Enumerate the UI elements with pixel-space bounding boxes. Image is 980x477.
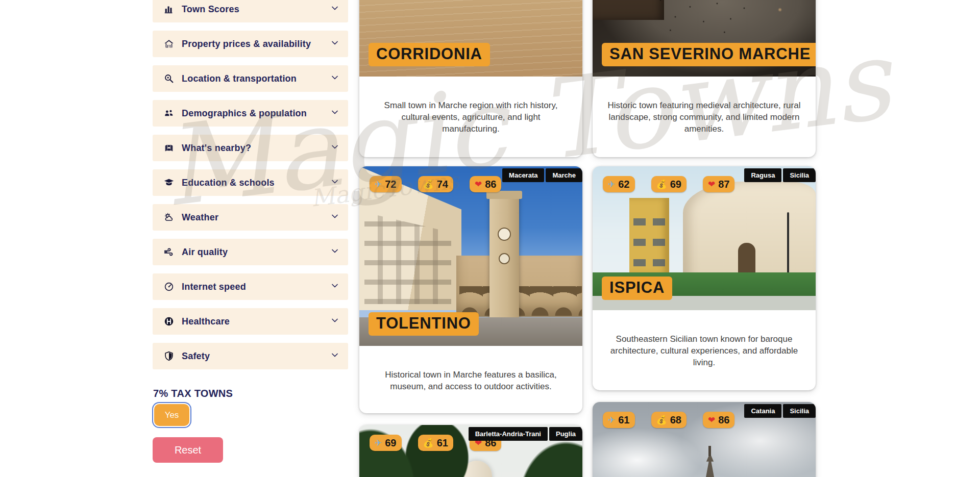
filter-whats-nearby[interactable]: What's nearby? <box>153 135 348 161</box>
province-tag[interactable]: Barletta-Andria-Trani <box>469 427 548 441</box>
chevron-down-icon <box>331 212 339 222</box>
town-card-corridonia[interactable]: CORRIDONIA Small town in Marche region w… <box>359 0 582 157</box>
love-score-badge: ❤ 87 <box>703 176 735 192</box>
image-decor <box>633 205 665 266</box>
province-tag[interactable]: Ragusa <box>744 168 781 182</box>
chevron-down-icon <box>331 316 339 327</box>
filter-label: Healthcare <box>182 316 331 327</box>
town-photo-ispica: ✈ 62 💰 69 ❤ 87 Ragusa Sicilia ISPICA <box>593 166 816 310</box>
filter-label: Internet speed <box>182 282 331 292</box>
flight-score-value: 72 <box>385 179 396 190</box>
chevron-down-icon <box>331 73 339 84</box>
budget-score-value: 68 <box>670 414 681 426</box>
love-score-value: 87 <box>718 179 729 190</box>
region-tag[interactable]: Marche <box>546 168 582 182</box>
speedometer-icon <box>163 281 175 293</box>
location-tags: Macerata Marche <box>502 168 582 182</box>
love-score-value: 86 <box>485 179 496 190</box>
filter-air-quality[interactable]: Air quality <box>153 239 348 265</box>
town-description: Historic town featuring medieval archite… <box>593 77 816 135</box>
money-bag-icon: 💰 <box>656 179 667 190</box>
image-decor <box>708 446 711 456</box>
filter-demographics[interactable]: Demographics & population <box>153 100 348 127</box>
filter-healthcare[interactable]: Healthcare <box>153 308 348 335</box>
filter-label: Air quality <box>182 247 331 258</box>
chevron-down-icon <box>331 108 339 118</box>
airplane-icon: ✈ <box>608 415 615 425</box>
heart-icon: ❤ <box>475 179 482 190</box>
love-score-badge: ❤ 86 <box>703 412 735 428</box>
town-name-plate: CORRIDONIA <box>369 43 490 66</box>
image-decor <box>359 425 477 477</box>
town-card-catania[interactable]: ✈ 61 💰 68 ❤ 86 Catania Sicilia <box>593 402 816 477</box>
region-tag[interactable]: Sicilia <box>783 404 816 418</box>
flight-score-badge: ✈ 69 <box>370 435 402 451</box>
heart-icon: ❤ <box>708 179 715 190</box>
filter-label: Weather <box>182 212 331 223</box>
filter-label: Education & schools <box>182 178 331 188</box>
town-description: Historical town in Marche features a bas… <box>359 346 582 392</box>
budget-score-value: 74 <box>437 179 448 190</box>
image-decor <box>459 286 582 316</box>
location-tags: Catania Sicilia <box>744 404 816 418</box>
town-card-barletta[interactable]: ✈ 69 💰 61 ❤ 86 Barletta-Andria-Trani Pug… <box>359 425 582 477</box>
tax-towns-heading: 7% TAX TOWNS <box>153 388 233 399</box>
magnifier-icon <box>163 73 175 85</box>
town-card-san-severino-marche[interactable]: SAN SEVERINO MARCHE Historic town featur… <box>593 0 816 157</box>
love-score-value: 86 <box>718 414 729 426</box>
filter-label: Location & transportation <box>182 73 331 84</box>
filter-property-prices[interactable]: Property prices & availability <box>153 31 348 57</box>
reset-filters-button[interactable]: Reset <box>153 437 223 463</box>
region-tag[interactable]: Puglia <box>549 427 582 441</box>
filter-label: Town Scores <box>182 4 331 15</box>
filter-location-transportation[interactable]: Location & transportation <box>153 65 348 92</box>
chevron-down-icon <box>331 143 339 153</box>
flight-score-badge: ✈ 62 <box>603 176 635 192</box>
hospital-icon <box>163 316 175 328</box>
chevron-down-icon <box>331 282 339 292</box>
map-person-icon <box>163 142 175 154</box>
town-card-tolentino[interactable]: ✈ 72 💰 74 ❤ 86 Macerata Marche TOLENTINO… <box>359 166 582 413</box>
filter-label: What's nearby? <box>182 143 331 154</box>
town-photo-barletta: ✈ 69 💰 61 ❤ 86 Barletta-Andria-Trani Pug… <box>359 425 582 477</box>
filter-safety[interactable]: Safety <box>153 343 348 369</box>
budget-score-badge: 💰 69 <box>651 176 687 192</box>
tax-yes-button[interactable]: Yes <box>154 404 189 426</box>
people-icon <box>163 108 175 119</box>
budget-score-badge: 💰 68 <box>651 412 687 428</box>
flight-score-badge: ✈ 72 <box>370 176 402 192</box>
chevron-down-icon <box>331 351 339 361</box>
money-bag-icon: 💰 <box>656 415 667 425</box>
wind-icon <box>163 246 175 258</box>
budget-score-badge: 💰 74 <box>418 176 453 192</box>
town-name-plate: ISPICA <box>602 277 672 300</box>
filter-internet-speed[interactable]: Internet speed <box>153 273 348 300</box>
town-description: Southeastern Sicilian town known for bar… <box>593 310 816 368</box>
money-bag-icon: 💰 <box>423 179 434 190</box>
budget-score-badge: 💰 61 <box>418 435 453 451</box>
score-badges: ✈ 62 💰 69 ❤ 87 <box>603 176 734 192</box>
region-tag[interactable]: Sicilia <box>783 168 816 182</box>
town-description: Small town in Marche region with rich hi… <box>359 77 582 135</box>
image-decor <box>499 253 510 264</box>
town-photo-corridonia: CORRIDONIA <box>359 0 582 77</box>
heart-icon: ❤ <box>708 415 715 425</box>
filter-label: Property prices & availability <box>182 39 331 49</box>
filter-education[interactable]: Education & schools <box>153 169 348 196</box>
sun-cloud-icon <box>163 212 175 223</box>
location-tags: Barletta-Andria-Trani Puglia <box>469 427 582 441</box>
flight-score-badge: ✈ 61 <box>603 412 635 428</box>
province-tag[interactable]: Macerata <box>502 168 544 182</box>
town-photo-catania: ✈ 61 💰 68 ❤ 86 Catania Sicilia <box>593 402 816 477</box>
chevron-down-icon <box>331 178 339 188</box>
filter-label: Demographics & population <box>182 108 331 119</box>
province-tag[interactable]: Catania <box>744 404 781 418</box>
town-card-ispica[interactable]: ✈ 62 💰 69 ❤ 87 Ragusa Sicilia ISPICA Sou… <box>593 166 816 390</box>
filter-town-scores[interactable]: Town Scores <box>153 0 348 22</box>
shield-icon <box>163 350 175 362</box>
budget-score-value: 69 <box>670 179 681 190</box>
graduation-cap-icon <box>163 177 175 189</box>
filter-label: Safety <box>182 351 331 362</box>
filter-weather[interactable]: Weather <box>153 204 348 231</box>
location-tags: Ragusa Sicilia <box>744 168 816 182</box>
